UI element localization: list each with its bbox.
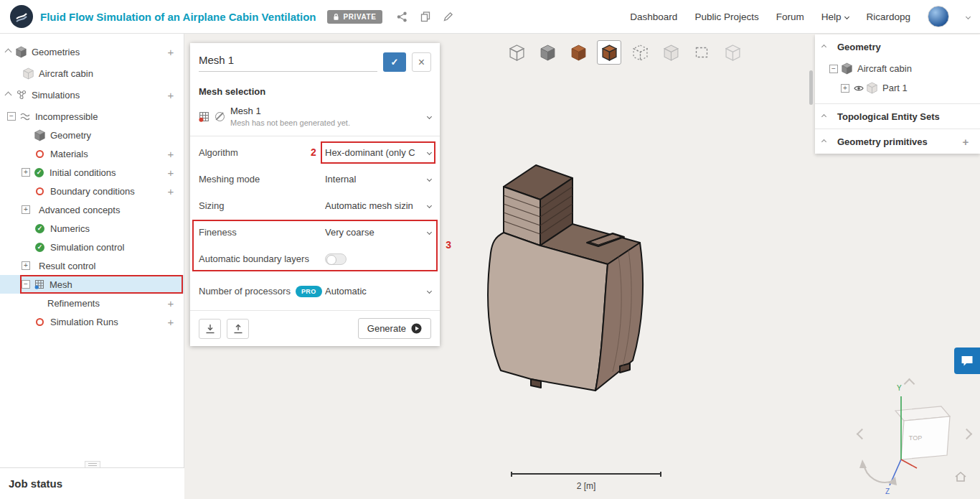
tree-item-mesh[interactable]: 1 − Mesh xyxy=(0,275,184,294)
status-complete-icon: ✓ xyxy=(34,167,44,178)
mesh-select-dropdown[interactable]: Mesh 1 Mesh has not been generated yet. xyxy=(190,104,440,136)
wireframe-view-icon[interactable] xyxy=(628,40,652,65)
panel-title-input[interactable]: Mesh 1 xyxy=(199,54,377,72)
add-simulation-button[interactable]: + xyxy=(164,89,178,101)
tree-item-boundary-conditions[interactable]: Boundary conditions + xyxy=(0,182,184,200)
field-fineness: Fineness Very coarse xyxy=(190,219,440,246)
scrollbar-thumb[interactable] xyxy=(809,70,813,105)
sizing-select[interactable]: Automatic mesh sizin xyxy=(325,200,431,211)
avatar[interactable] xyxy=(928,6,949,27)
surfaces-view-icon[interactable] xyxy=(566,40,590,65)
add-boundary-condition-button[interactable]: + xyxy=(164,185,178,197)
close-button[interactable]: × xyxy=(412,52,431,72)
add-simulation-run-button[interactable]: + xyxy=(164,316,178,328)
nav-help[interactable]: Help xyxy=(821,11,849,22)
processors-select[interactable]: Automatic xyxy=(325,286,431,297)
field-algorithm: 2 Algorithm Hex-dominant (only C xyxy=(190,139,440,166)
collapse-caret-icon xyxy=(822,115,832,118)
simulation-tree: Geometries + Aircraft cabin Simulations … xyxy=(0,34,184,331)
field-sizing: Sizing Automatic mesh sizin xyxy=(190,192,440,219)
tree-item-simulation-runs[interactable]: Simulation Runs + xyxy=(0,312,184,331)
geometry-section-header[interactable]: Geometry xyxy=(815,34,980,59)
download-settings-button[interactable] xyxy=(199,319,221,339)
tree-item-result-control[interactable]: + Result control xyxy=(0,256,184,275)
nav-dashboard[interactable]: Dashboard xyxy=(630,11,677,22)
add-material-button[interactable]: + xyxy=(164,148,178,160)
tree-item-advanced-concepts[interactable]: + Advanced concepts xyxy=(0,200,184,219)
upload-settings-button[interactable] xyxy=(227,319,249,339)
chevron-down-icon[interactable] xyxy=(966,14,971,19)
tree-item-aircraft-cabin[interactable]: Aircraft cabin xyxy=(0,64,184,83)
collapse-box-icon[interactable]: − xyxy=(22,280,30,289)
geo-tree-part-1[interactable]: + Part 1 xyxy=(815,78,980,98)
add-geometry-button[interactable]: + xyxy=(164,46,178,58)
edit-icon[interactable] xyxy=(443,11,453,22)
upload-icon xyxy=(233,324,243,334)
nav-forum[interactable]: Forum xyxy=(776,11,804,22)
mesh-clip-icon[interactable] xyxy=(720,40,745,65)
expand-box-icon[interactable]: + xyxy=(841,84,849,93)
collapse-box-icon[interactable]: − xyxy=(7,112,16,121)
rotate-right-arrow[interactable] xyxy=(963,428,971,441)
job-status-bar[interactable]: Job status xyxy=(0,467,184,499)
nav-public-projects[interactable]: Public Projects xyxy=(694,11,758,22)
add-refinement-button[interactable]: + xyxy=(164,297,178,309)
collapse-caret-icon[interactable] xyxy=(6,93,16,98)
support-chat-button[interactable] xyxy=(954,348,980,374)
status-complete-icon: ✓ xyxy=(34,242,45,253)
generate-mesh-button[interactable]: Generate xyxy=(358,318,431,339)
expand-box-icon[interactable]: + xyxy=(22,168,30,177)
fineness-select[interactable]: Very coarse xyxy=(325,227,431,238)
add-geometry-primitive-button[interactable]: + xyxy=(958,136,973,148)
rotate-orbit-arrows[interactable] xyxy=(859,460,897,485)
copy-icon[interactable] xyxy=(420,11,430,22)
mesh-settings-panel: Mesh 1 ✓ × Mesh selection Mesh 1 Mesh ha… xyxy=(190,43,440,346)
meshing-mode-select[interactable]: Internal xyxy=(325,174,431,185)
tree-item-numerics[interactable]: ✓ Numerics xyxy=(0,219,184,238)
model-3d[interactable] xyxy=(459,159,682,398)
apply-button[interactable]: ✓ xyxy=(383,52,406,72)
topological-entity-sets-header[interactable]: Topological Entity Sets xyxy=(815,104,980,129)
sidebar-collapse-handle[interactable] xyxy=(85,461,100,467)
rotate-left-arrow[interactable] xyxy=(858,428,866,441)
box-select-icon[interactable] xyxy=(689,40,714,65)
tree-item-simulations[interactable]: Simulations + xyxy=(0,85,184,104)
tree-item-geometries[interactable]: Geometries + xyxy=(0,42,184,61)
tree-item-refinements[interactable]: Refinements + xyxy=(0,294,184,312)
viewport-toolbar xyxy=(504,40,745,65)
tree-item-geometry[interactable]: Geometry xyxy=(0,126,184,144)
header-nav: Dashboard Public Projects Forum Help Ric… xyxy=(630,6,970,27)
rotate-up-arrow[interactable] xyxy=(905,378,913,391)
solid-view-icon[interactable] xyxy=(535,40,560,65)
geometries-icon xyxy=(16,47,27,57)
expand-box-icon[interactable]: + xyxy=(22,205,30,214)
app-logo-icon[interactable] xyxy=(10,5,33,28)
tree-item-materials[interactable]: Materials + xyxy=(0,144,184,163)
home-view-icon[interactable] xyxy=(954,471,967,485)
geo-tree-aircraft-cabin[interactable]: − Aircraft cabin xyxy=(815,59,980,78)
tree-item-initial-conditions[interactable]: + ✓ Initial conditions + xyxy=(0,163,184,182)
geometry-icon xyxy=(34,130,45,141)
geometry-primitives-header[interactable]: Geometry primitives + xyxy=(815,129,980,154)
algorithm-select[interactable]: Hex-dominant (only C xyxy=(325,147,431,158)
tree-item-simulation-control[interactable]: ✓ Simulation control xyxy=(0,238,184,256)
share-icon[interactable] xyxy=(397,11,407,22)
play-icon xyxy=(411,323,422,334)
collapse-box-icon[interactable]: − xyxy=(829,65,838,73)
surfaces-edges-view-icon[interactable] xyxy=(597,40,621,65)
boundary-layers-toggle[interactable] xyxy=(325,253,347,265)
private-badge[interactable]: PRIVATE xyxy=(327,10,382,24)
top-header: Fluid Flow Simulation of an Airplane Cab… xyxy=(0,0,980,34)
visibility-eye-icon[interactable] xyxy=(853,83,864,93)
add-initial-condition-button[interactable]: + xyxy=(164,167,178,179)
annotation-number-3: 3 xyxy=(446,239,451,251)
chevron-down-icon xyxy=(427,289,432,294)
expand-box-icon[interactable]: + xyxy=(22,261,30,270)
simulation-tree-sidebar: Geometries + Aircraft cabin Simulations … xyxy=(0,34,184,499)
transparent-view-icon[interactable] xyxy=(659,40,683,65)
flow-waves-icon xyxy=(19,111,30,122)
tree-item-incompressible[interactable]: − Incompressible xyxy=(0,107,184,126)
collapse-caret-icon[interactable] xyxy=(6,50,16,55)
nav-username[interactable]: Ricardopg xyxy=(866,11,910,22)
fit-view-icon[interactable] xyxy=(504,40,529,65)
